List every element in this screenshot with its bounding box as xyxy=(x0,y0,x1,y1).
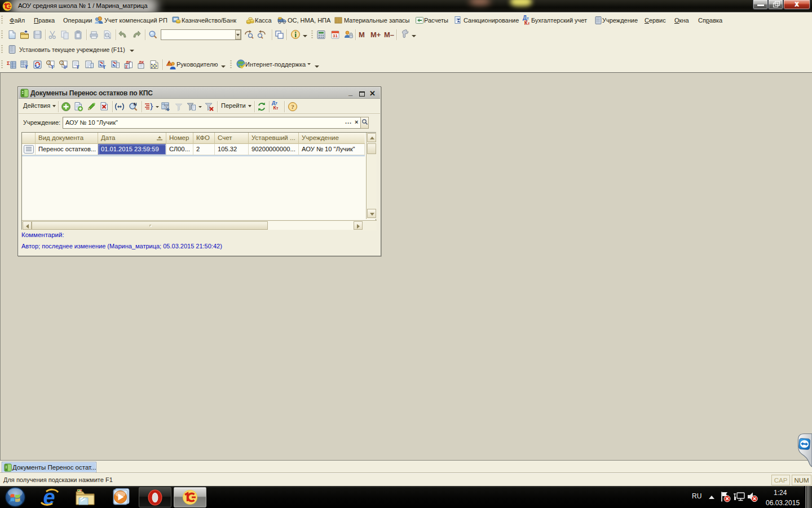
svg-text:Т: Т xyxy=(76,64,80,69)
svg-text:Т: Т xyxy=(51,64,54,69)
svg-text:!: ! xyxy=(168,62,169,65)
svg-text:?: ? xyxy=(291,103,294,110)
svg-text:Σ: Σ xyxy=(125,64,128,69)
svg-text:N: N xyxy=(134,102,136,107)
svg-text:Σ: Σ xyxy=(7,60,10,66)
svg-text:31: 31 xyxy=(333,33,338,38)
svg-text:Т: Т xyxy=(103,64,106,69)
svg-text:Т: Т xyxy=(25,64,28,69)
